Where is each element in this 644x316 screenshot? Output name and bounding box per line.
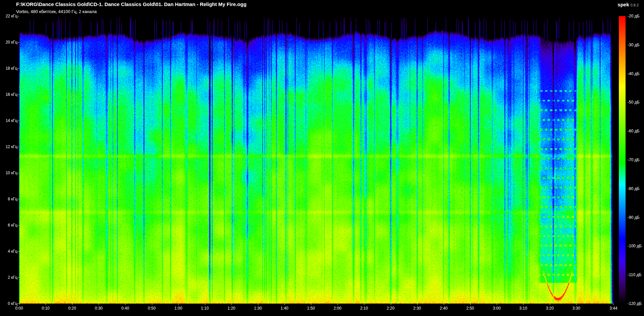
- db-axis-label: -30 дБ: [628, 42, 640, 48]
- freq-axis-label: 22 кГц: [0, 13, 17, 19]
- db-axis-label: -80 дБ: [628, 186, 640, 191]
- time-axis-tick: [258, 304, 258, 305]
- freq-axis-tick: [18, 199, 19, 199]
- freq-axis-tick: [18, 251, 19, 252]
- time-axis-label: 1:10: [195, 306, 215, 311]
- time-axis-tick: [337, 304, 338, 305]
- time-axis-label: 2:30: [407, 306, 427, 311]
- freq-axis-label: 8 кГц: [0, 196, 17, 202]
- time-axis-tick: [178, 304, 179, 305]
- db-axis-label: -70 дБ: [628, 157, 640, 163]
- db-axis-label: -60 дБ: [628, 128, 640, 134]
- db-axis-label: -120 дБ: [628, 301, 642, 306]
- freq-axis-label: 10 кГц: [0, 170, 17, 176]
- time-axis-label: 1:00: [168, 306, 189, 311]
- time-axis-label: 1:50: [301, 306, 321, 311]
- time-axis-tick: [46, 304, 46, 305]
- app-brand: spek0.8.2: [618, 2, 639, 7]
- time-axis-label: 1:40: [274, 306, 294, 311]
- time-axis-label: 2:40: [434, 306, 454, 311]
- time-axis-tick: [284, 304, 285, 305]
- time-axis-label: 2:20: [381, 306, 401, 311]
- db-legend-gradient: [619, 16, 626, 304]
- freq-axis-tick: [18, 16, 19, 16]
- time-axis-label: 0:00: [9, 306, 29, 311]
- time-axis-label: 3:00: [487, 306, 507, 311]
- db-axis-label: -90 дБ: [628, 215, 640, 220]
- time-axis-tick: [205, 304, 205, 305]
- time-axis-tick: [613, 304, 613, 305]
- time-axis-label: 3:30: [566, 306, 586, 311]
- time-axis-label: 0:20: [62, 306, 82, 311]
- time-axis-tick: [523, 304, 524, 305]
- freq-axis-tick: [18, 277, 19, 278]
- db-axis-label: -20 дБ: [628, 13, 640, 19]
- freq-axis-tick: [18, 147, 19, 147]
- freq-axis-label: 6 кГц: [0, 223, 17, 228]
- freq-axis-label: 14 кГц: [0, 118, 17, 123]
- time-axis-tick: [364, 304, 364, 305]
- time-axis-label: 2:00: [327, 306, 347, 311]
- time-axis-tick: [231, 304, 232, 305]
- time-axis-label: 2:10: [354, 306, 374, 311]
- freq-axis-label: 18 кГц: [0, 66, 17, 71]
- time-axis-label: 3:44: [603, 306, 624, 311]
- db-axis-label: -100 дБ: [628, 243, 642, 249]
- time-axis-tick: [99, 304, 99, 305]
- time-axis-tick: [417, 304, 418, 305]
- freq-axis-label: 4 кГц: [0, 249, 17, 254]
- db-axis-label: -40 дБ: [628, 71, 640, 76]
- time-axis-tick: [444, 304, 444, 305]
- time-axis-tick: [72, 304, 72, 305]
- freq-axis-tick: [18, 42, 19, 43]
- time-axis-tick: [497, 304, 497, 305]
- time-axis-label: 2:50: [460, 306, 480, 311]
- app-name: spek: [618, 2, 629, 7]
- time-axis-tick: [311, 304, 311, 305]
- time-axis-label: 3:10: [513, 306, 533, 311]
- spectrogram-canvas: [19, 16, 613, 304]
- time-axis-tick: [391, 304, 391, 305]
- freq-axis-tick: [18, 173, 19, 173]
- time-axis-label: 0:40: [115, 306, 135, 311]
- app-version: 0.8.2: [631, 3, 639, 7]
- time-axis-label: 0:50: [142, 306, 162, 311]
- freq-axis-tick: [18, 121, 19, 121]
- db-axis-label: -110 дБ: [628, 272, 641, 277]
- time-axis-tick: [125, 304, 125, 305]
- freq-axis-tick: [18, 225, 19, 226]
- file-path: F:\KORG\Dance Classics Gold\CD-1. Dance …: [16, 1, 247, 7]
- freq-axis-tick: [18, 94, 19, 95]
- time-axis-label: 1:30: [248, 306, 268, 311]
- freq-axis-label: 20 кГц: [0, 40, 17, 45]
- time-axis-tick: [576, 304, 577, 305]
- time-axis-tick: [19, 304, 19, 305]
- stream-info: Vorbis, 480 кбит/сек, 44100 Гц, 2 канала: [16, 9, 97, 14]
- time-axis-tick: [152, 304, 152, 305]
- freq-axis-label: 16 кГц: [0, 92, 17, 97]
- time-axis-tick: [550, 304, 550, 305]
- freq-axis-tick: [18, 68, 19, 69]
- time-axis-label: 0:10: [36, 306, 56, 311]
- db-axis-label: -50 дБ: [628, 100, 640, 105]
- time-axis-label: 1:20: [221, 306, 241, 311]
- time-axis-label: 0:30: [89, 306, 109, 311]
- freq-axis-label: 12 кГц: [0, 144, 17, 149]
- time-axis-tick: [470, 304, 471, 305]
- time-axis-label: 3:20: [540, 306, 560, 311]
- freq-axis-label: 2 кГц: [0, 275, 17, 280]
